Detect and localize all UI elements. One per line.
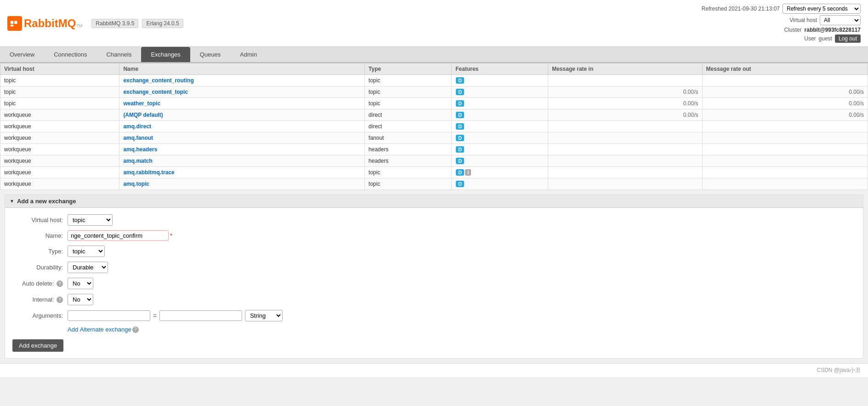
- cell-rate-out: [702, 121, 868, 132]
- cell-type: topic: [365, 98, 452, 109]
- logo: RabbitMQ TM RabbitMQ 3.9.5 Erlang 24.0.5: [7, 16, 183, 31]
- form-auto-delete-select[interactable]: No Yes: [68, 278, 93, 289]
- args-type-select[interactable]: String Number List Boolean Binary Byte S…: [245, 310, 283, 321]
- cell-rate-out: [702, 155, 868, 167]
- feature-badge-d: D: [456, 100, 464, 107]
- exchange-name-link[interactable]: amq.direct: [123, 123, 151, 130]
- cell-type: headers: [365, 155, 452, 167]
- cell-rate-in: 0.00/s: [548, 98, 702, 109]
- cell-features: D: [452, 178, 548, 190]
- refresh-select[interactable]: Refresh every 5 seconds Refresh every 10…: [783, 4, 861, 14]
- exchange-name-link[interactable]: amq.fanout: [123, 135, 153, 141]
- cell-rate-in: [548, 144, 702, 155]
- cell-type: topic: [365, 167, 452, 178]
- cell-name[interactable]: amq.fanout: [119, 132, 365, 144]
- header: RabbitMQ TM RabbitMQ 3.9.5 Erlang 24.0.5…: [0, 0, 868, 47]
- cell-name[interactable]: amq.topic: [119, 178, 365, 190]
- internal-help-icon[interactable]: ?: [57, 297, 63, 303]
- exchange-name-link[interactable]: exchange_content_topic: [123, 89, 188, 95]
- nav-admin[interactable]: Admin: [230, 47, 267, 62]
- cell-name[interactable]: amq.direct: [119, 121, 365, 132]
- table-row: topicweather_topictopicD0.00/s0.00/s: [0, 98, 868, 109]
- add-exchange-button[interactable]: Add exchange: [12, 339, 63, 352]
- exchange-name-link[interactable]: weather_topic: [123, 100, 160, 107]
- exchange-name-link[interactable]: amq.match: [123, 158, 152, 164]
- durability-form-label: Durability:: [12, 264, 68, 271]
- add-section-toggle[interactable]: ▼ Add a new exchange: [5, 195, 863, 208]
- alternate-exchange-link[interactable]: Alternate exchange: [80, 326, 131, 333]
- form-internal-select[interactable]: No Yes: [68, 294, 93, 305]
- cell-rate-in: 0.00/s: [548, 86, 702, 98]
- rabbitmq-version: RabbitMQ 3.9.5: [91, 19, 138, 28]
- nav: Overview Connections Channels Exchanges …: [0, 47, 868, 63]
- nav-channels[interactable]: Channels: [96, 47, 141, 62]
- svg-rect-1: [14, 21, 17, 23]
- name-input[interactable]: [68, 230, 169, 241]
- logo-icon: [7, 16, 22, 31]
- exchange-name-link[interactable]: amq.headers: [123, 146, 157, 153]
- refreshed-timestamp: Refreshed 2021-09-30 21:13:07: [702, 6, 780, 12]
- auto-delete-help-icon[interactable]: ?: [57, 280, 63, 287]
- cell-rate-out: [702, 144, 868, 155]
- cell-vhost: topic: [0, 75, 119, 86]
- form-type-select[interactable]: direct fanout headers topic: [68, 246, 105, 257]
- add-exchange-section: ▼ Add a new exchange Virtual host: topic…: [5, 194, 863, 359]
- add-argument-link[interactable]: Add: [68, 326, 78, 333]
- cell-rate-out: [702, 75, 868, 86]
- exchange-name-link[interactable]: exchange_content_routing: [123, 77, 193, 84]
- vhost-row: Virtual host All / topic workqueue: [789, 15, 861, 25]
- cell-name[interactable]: amq.rabbitmq.trace: [119, 167, 365, 178]
- cell-name[interactable]: (AMQP default): [119, 109, 365, 121]
- cell-rate-out: [702, 132, 868, 144]
- cell-features: D: [452, 98, 548, 109]
- cell-rate-in: [548, 178, 702, 190]
- footer-text: CSDN @java小丑: [817, 367, 861, 373]
- form-durability-select[interactable]: Durable Transient: [68, 262, 108, 273]
- vhost-select[interactable]: All / topic workqueue: [820, 15, 861, 25]
- cell-type: fanout: [365, 132, 452, 144]
- table-row: workqueueamq.directdirectD: [0, 121, 868, 132]
- exchange-name-link[interactable]: amq.rabbitmq.trace: [123, 169, 174, 176]
- exchange-name-link[interactable]: amq.topic: [123, 181, 149, 187]
- args-key-input[interactable]: [68, 310, 150, 321]
- form-vhost-select[interactable]: topic workqueue /: [68, 214, 113, 226]
- nav-queues[interactable]: Queues: [190, 47, 231, 62]
- feature-badge-d: D: [456, 135, 464, 141]
- arguments-form-label: Arguments:: [12, 312, 68, 319]
- cell-vhost: workqueue: [0, 144, 119, 155]
- cell-features: D: [452, 121, 548, 132]
- alternate-exchange-help-icon[interactable]: ?: [132, 326, 139, 333]
- feature-badge-i: I: [465, 169, 471, 176]
- table-row: workqueue(AMQP default)directD0.00/s0.00…: [0, 109, 868, 121]
- cell-type: direct: [365, 121, 452, 132]
- cluster-name: rabbit@993fc8228117: [805, 27, 861, 33]
- args-val-input[interactable]: [159, 310, 242, 321]
- nav-exchanges[interactable]: Exchanges: [141, 47, 190, 62]
- name-form-label: Name:: [12, 232, 68, 239]
- cell-features: D: [452, 144, 548, 155]
- table-row: workqueueamq.rabbitmq.tracetopicDI: [0, 167, 868, 178]
- version-badges: RabbitMQ 3.9.5 Erlang 24.0.5: [91, 19, 183, 28]
- logo-rabbit: RabbitMQ: [24, 17, 76, 30]
- logout-button[interactable]: Log out: [835, 34, 861, 43]
- svg-rect-2: [11, 24, 13, 26]
- form-row-internal: Internal: ? No Yes: [12, 294, 856, 305]
- cell-name[interactable]: amq.match: [119, 155, 365, 167]
- form-row-auto-delete: Auto delete: ? No Yes: [12, 278, 856, 289]
- cell-name[interactable]: exchange_content_routing: [119, 75, 365, 86]
- add-section-body: Virtual host: topic workqueue / Name: * …: [5, 208, 863, 358]
- feature-badge-d: D: [456, 112, 464, 118]
- cell-features: D: [452, 132, 548, 144]
- cell-name[interactable]: weather_topic: [119, 98, 365, 109]
- cell-vhost: workqueue: [0, 121, 119, 132]
- nav-connections[interactable]: Connections: [44, 47, 96, 62]
- table-row: topicexchange_content_routingtopicD: [0, 75, 868, 86]
- nav-overview[interactable]: Overview: [0, 47, 44, 62]
- exchange-name-link[interactable]: (AMQP default): [123, 112, 163, 118]
- cell-features: D: [452, 75, 548, 86]
- cell-vhost: topic: [0, 86, 119, 98]
- cell-rate-in: [548, 132, 702, 144]
- cell-name[interactable]: amq.headers: [119, 144, 365, 155]
- user-row: User guest Log out: [804, 34, 861, 43]
- cell-name[interactable]: exchange_content_topic: [119, 86, 365, 98]
